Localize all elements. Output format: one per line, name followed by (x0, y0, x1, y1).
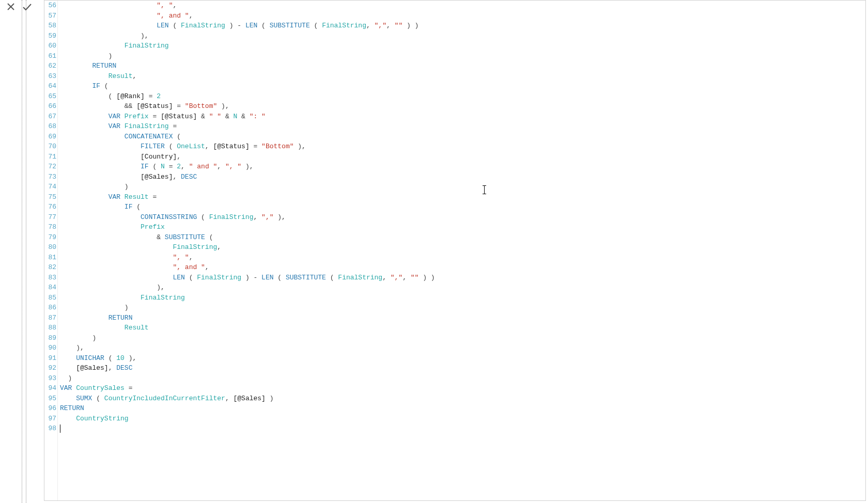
line-number: 93 (44, 373, 56, 384)
line-number: 63 (44, 71, 56, 82)
line-number: 94 (44, 383, 56, 394)
line-number: 74 (44, 182, 56, 192)
code-line[interactable]: ", ", (60, 1, 865, 11)
line-number: 70 (44, 142, 56, 152)
line-number: 95 (44, 394, 56, 404)
code-line[interactable]: FinalString (60, 41, 865, 51)
code-line[interactable]: CONCATENATEX ( (60, 132, 865, 142)
code-line[interactable]: Result, (60, 71, 865, 82)
code-line[interactable]: ) (60, 373, 865, 384)
line-number: 77 (44, 212, 56, 223)
formula-toolbar (6, 2, 32, 13)
line-number: 80 (44, 242, 56, 253)
line-number: 72 (44, 162, 56, 172)
code-line[interactable]: ) (60, 333, 865, 343)
line-number: 57 (44, 11, 56, 21)
code-area[interactable]: ", ", ", and ", LEN ( FinalString ) - LE… (58, 1, 865, 500)
code-line[interactable]: [@Sales], DESC (60, 363, 865, 373)
line-number: 90 (44, 343, 56, 353)
code-line[interactable]: SUMX ( CountryIncludedInCurrentFilter, [… (60, 394, 865, 404)
code-line[interactable]: LEN ( FinalString ) - LEN ( SUBSTITUTE (… (60, 21, 865, 31)
code-line[interactable]: VAR FinalString = (60, 121, 865, 132)
line-number: 66 (44, 101, 56, 112)
code-line[interactable]: ) (60, 182, 865, 192)
code-line[interactable]: [Country], (60, 152, 865, 162)
fold-guide-1 (22, 0, 22, 503)
formula-editor[interactable]: 5657585960616263646566676869707172737475… (44, 0, 866, 501)
code-line[interactable]: VAR Prefix = [@Status] & " " & N & ": " (60, 112, 865, 122)
code-line[interactable]: ( [@Rank] = 2 (60, 91, 865, 102)
line-number: 59 (44, 31, 56, 41)
fold-guide-2 (26, 0, 26, 503)
code-line[interactable]: ), (60, 343, 865, 353)
line-number: 56 (44, 1, 56, 11)
line-number: 69 (44, 132, 56, 142)
close-icon (6, 2, 16, 11)
code-line[interactable]: VAR CountrySales = (60, 383, 865, 394)
line-number: 67 (44, 112, 56, 122)
line-number: 89 (44, 333, 56, 343)
line-number: 71 (44, 152, 56, 162)
line-number: 65 (44, 91, 56, 102)
line-number: 61 (44, 51, 56, 61)
code-line[interactable]: CONTAINSSTRING ( FinalString, "," ), (60, 212, 865, 223)
code-line[interactable]: ) (60, 303, 865, 313)
check-icon (22, 2, 32, 11)
code-line[interactable]: FILTER ( OneList, [@Status] = "Bottom" )… (60, 142, 865, 152)
line-number: 88 (44, 323, 56, 333)
line-number: 60 (44, 41, 56, 51)
code-line[interactable]: Prefix (60, 222, 865, 232)
code-line[interactable]: IF ( N = 2, " and ", ", " ), (60, 162, 865, 172)
code-line[interactable] (60, 423, 865, 434)
editor-left-margin (0, 0, 44, 503)
code-line[interactable]: IF ( (60, 202, 865, 212)
line-number: 78 (44, 222, 56, 232)
code-line[interactable]: ) (60, 51, 865, 61)
code-line[interactable]: ), (60, 282, 865, 293)
line-number: 92 (44, 363, 56, 373)
line-number: 84 (44, 282, 56, 293)
line-number: 62 (44, 61, 56, 71)
line-number: 58 (44, 21, 56, 31)
line-number: 82 (44, 262, 56, 273)
line-number: 64 (44, 81, 56, 91)
cancel-button[interactable] (6, 2, 16, 13)
line-number: 75 (44, 192, 56, 202)
line-number: 98 (44, 423, 56, 434)
line-number: 96 (44, 403, 56, 414)
line-number: 83 (44, 273, 56, 283)
code-line[interactable]: ", and ", (60, 262, 865, 273)
code-line[interactable]: CountryString (60, 414, 865, 424)
line-number: 97 (44, 414, 56, 424)
text-caret (60, 425, 60, 433)
code-line[interactable]: && [@Status] = "Bottom" ), (60, 101, 865, 112)
code-line[interactable]: ), (60, 31, 865, 41)
code-line[interactable]: RETURN (60, 403, 865, 414)
code-line[interactable]: & SUBSTITUTE ( (60, 232, 865, 243)
code-line[interactable]: IF ( (60, 81, 865, 91)
line-number: 76 (44, 202, 56, 212)
line-number: 85 (44, 293, 56, 303)
code-line[interactable]: LEN ( FinalString ) - LEN ( SUBSTITUTE (… (60, 273, 865, 283)
line-number-gutter: 5657585960616263646566676869707172737475… (44, 1, 58, 500)
code-line[interactable]: [@Sales], DESC (60, 172, 865, 182)
code-line[interactable]: RETURN (60, 313, 865, 323)
line-number: 86 (44, 303, 56, 313)
line-number: 87 (44, 313, 56, 323)
code-line[interactable]: Result (60, 323, 865, 333)
code-line[interactable]: VAR Result = (60, 192, 865, 202)
line-number: 73 (44, 172, 56, 182)
code-line[interactable]: FinalString, (60, 242, 865, 253)
line-number: 81 (44, 253, 56, 263)
line-number: 91 (44, 353, 56, 364)
commit-button[interactable] (22, 2, 32, 13)
code-line[interactable]: RETURN (60, 61, 865, 71)
code-line[interactable]: ", ", (60, 253, 865, 263)
code-line[interactable]: ", and ", (60, 11, 865, 21)
code-line[interactable]: FinalString (60, 293, 865, 303)
code-line[interactable]: UNICHAR ( 10 ), (60, 353, 865, 364)
line-number: 79 (44, 232, 56, 243)
line-number: 68 (44, 121, 56, 132)
